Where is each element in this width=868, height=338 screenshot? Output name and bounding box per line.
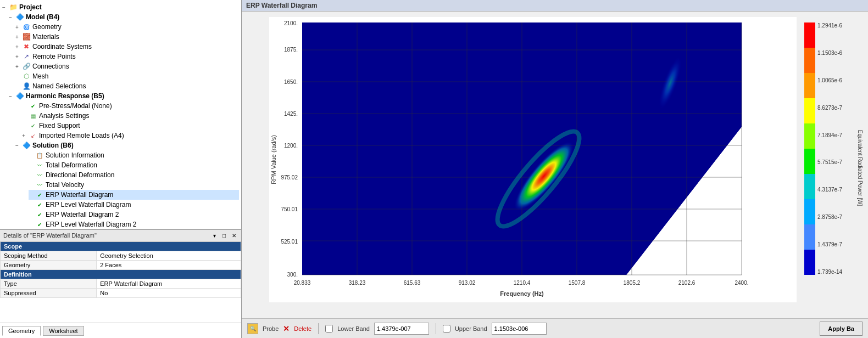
details-close-icon[interactable]: ✕ [230,232,238,239]
expander-model[interactable]: − [9,14,15,20]
tree-geometry-label: Geometry [32,23,62,31]
chart-svg[interactable]: RPM Value (rad/s) [269,17,797,302]
upper-band-checkbox[interactable] [443,325,450,333]
tree-remote[interactable]: + ↗ Remote Points [15,52,239,61]
legend-val-4: 7.1894e-7 [817,132,842,138]
details-float-icon[interactable]: □ [220,232,228,239]
tree-imported[interactable]: + ↙ Imported Remote Loads (A4) [22,131,239,140]
expander-remote[interactable]: + [15,54,22,60]
erp-level2-icon: ✔ [35,220,44,229]
legend-cyan [804,199,815,224]
y-tick-3: 975.02 [281,174,298,181]
tree-imported-label: Imported Remote Loads (A4) [39,132,124,139]
tab-worksheet[interactable]: Worksheet [43,326,84,336]
tree-dir-def[interactable]: 〰 Directional Deformation [29,170,239,180]
legend-yellow [804,98,815,123]
delete-x-icon[interactable]: ✕ [283,324,290,333]
tree-dir-def-label: Directional Deformation [46,171,114,179]
details-pin-icon[interactable]: ▾ [210,232,218,239]
tree-harmonic[interactable]: − 🔷 Harmonic Response (B5) [9,91,239,101]
right-panel: ERP Waterfall Diagram RPM Value (rad/s) [242,0,868,338]
sol-info-icon: 📋 [35,151,44,160]
tree-total-vel[interactable]: 〰 Total Velocity [29,180,239,190]
detail-suppressed: Suppressed No [1,289,241,298]
tree-project[interactable]: − 📁 Project [2,2,239,12]
tree-coordinate-label: Coordinate Systems [32,43,92,50]
details-table: Scope Scoping Method Geometry Selection … [0,241,241,298]
tree-geometry[interactable]: + 🌀 Geometry [15,22,239,32]
legend-orange [804,48,815,73]
upper-band-input[interactable] [492,323,547,335]
legend-val-6: 4.3137e-7 [817,187,842,193]
tree-sol-info[interactable]: 📋 Solution Information [29,150,239,160]
tree-erp-level1[interactable]: ✔ ERP Level Waterfall Diagram [29,200,239,210]
model-icon: 🔷 [15,13,24,21]
expander-materials[interactable]: + [15,34,22,40]
detail-scoping-method: Scoping Method Geometry Selection [1,251,241,261]
tree-materials[interactable]: + 🧱 Materials [15,32,239,42]
type-label: Type [1,279,97,289]
y-tick-1: 525.01 [281,239,298,245]
tree-area: − 📁 Project − 🔷 Model (B4) + 🌀 Geometry … [0,0,241,229]
details-panel: Details of "ERP Waterfall Diagram" ▾ □ ✕… [0,229,241,323]
apply-button[interactable]: Apply Ba [820,322,863,336]
legend-val-5: 5.7515e-7 [817,159,842,165]
y-tick-8: 2100. [284,20,298,26]
tree-named-label: Named Selections [32,82,86,90]
tree-prestress[interactable]: ✔ Pre-Stress/Modal (None) [22,101,239,111]
project-label: Project [19,3,42,11]
tree-mesh[interactable]: ⬡ Mesh [15,71,239,81]
tree-total-def[interactable]: 〰 Total Deformation [29,160,239,170]
expander-imported[interactable]: + [22,133,29,139]
type-value: ERP Waterfall Diagram [97,279,241,289]
lower-band-input[interactable] [374,323,429,335]
probe-icon[interactable]: 🔍 [247,323,258,334]
y-tick-0: 300. [287,272,298,278]
tree-coordinate[interactable]: + ✖ Coordinate Systems [15,42,239,52]
tab-geometry[interactable]: Geometry [2,326,41,336]
x-axis-label: Frequency (Hz) [500,290,544,297]
detail-geometry: Geometry 2 Faces [1,261,241,270]
expander-harmonic[interactable]: − [9,93,15,99]
tree-total-def-label: Total Deformation [46,161,97,169]
details-header-icons: ▾ □ ✕ [210,232,238,239]
tree-fixed[interactable]: ✔ Fixed Support [22,121,239,131]
tree-analysis[interactable]: ▦ Analysis Settings [22,111,239,121]
legend-labels: 1.2941e-6 1.1503e-6 1.0065e-6 8.6273e-7 … [815,22,842,275]
probe-label[interactable]: Probe [263,325,279,332]
tree-erp-water2[interactable]: ✔ ERP Waterfall Diagram 2 [29,210,239,219]
legend-val-3: 8.6273e-7 [817,105,842,111]
tree-named-sel[interactable]: 👤 Named Selections [15,81,239,91]
tree-solution-label: Solution (B6) [32,142,74,149]
tree-erp-level2[interactable]: ✔ ERP Level Waterfall Diagram 2 [29,219,239,229]
section-scope-label: Scope [1,242,241,251]
tree-sol-info-label: Solution Information [46,151,104,159]
tree-connections[interactable]: + 🔗 Connections [15,61,239,71]
expander-geometry[interactable]: + [15,24,22,30]
tree-model[interactable]: − 🔷 Model (B4) [9,12,239,22]
section-definition: Definition [1,270,241,279]
x-tick-3: 913.02 [459,280,476,286]
separator-2 [436,323,436,334]
y-tick-7: 1875. [284,47,298,53]
tree-harmonic-label: Harmonic Response (B5) [26,92,104,100]
expander-connections[interactable]: + [15,64,22,70]
delete-label[interactable]: Delete [294,325,311,332]
y-tick-2: 750.01 [281,206,298,212]
erp-water2-icon: ✔ [35,210,44,219]
coordinate-icon: ✖ [22,42,31,51]
legend-val-0: 1.2941e-6 [817,22,842,29]
expander-solution[interactable]: − [15,143,22,149]
geometry-icon: 🌀 [22,22,31,31]
expander-coordinate[interactable]: + [15,44,22,50]
x-tick-1: 318.23 [349,280,366,286]
tree-solution[interactable]: − 🔷 Solution (B6) [15,140,239,150]
tree-erp-water[interactable]: ✔ ERP Waterfall Diagram [29,190,239,200]
legend-val-1: 1.1503e-6 [817,50,842,56]
expander-project[interactable]: − [2,4,9,10]
lower-band-checkbox[interactable] [325,325,333,333]
details-header: Details of "ERP Waterfall Diagram" ▾ □ ✕ [0,230,241,241]
upper-band-label: Upper Band [455,325,487,332]
legend-teal [804,174,815,199]
tree-fixed-label: Fixed Support [39,122,80,129]
